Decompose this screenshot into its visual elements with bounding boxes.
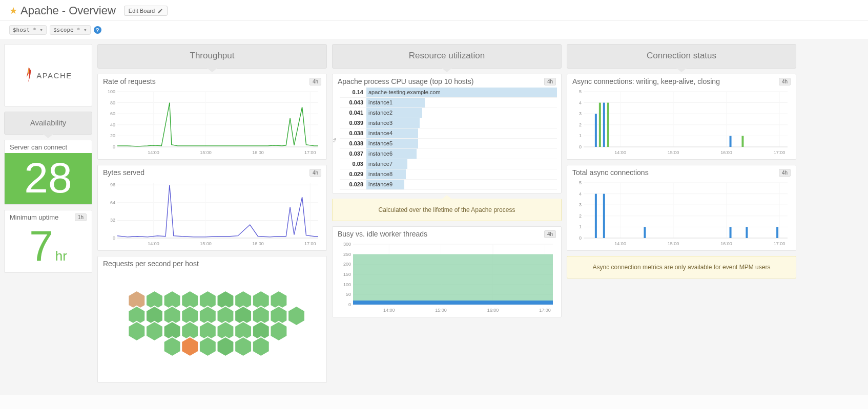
svg-text:2: 2	[579, 213, 582, 219]
section-resource: Resource utilization	[332, 44, 562, 69]
widget-rate-of-requests[interactable]: Rate of requests 4h 02040608010014:0015:…	[97, 74, 327, 160]
toplist-row[interactable]: 0.14apache-testing.example.com	[340, 88, 557, 98]
tmplvar-scope[interactable]: $scope* ▾	[50, 25, 91, 35]
svg-rect-116	[776, 227, 778, 238]
svg-text:20: 20	[110, 133, 115, 138]
server-connect-value: 28	[5, 153, 92, 204]
svg-text:16:00: 16:00	[252, 241, 264, 246]
svg-text:15:00: 15:00	[200, 241, 212, 246]
toplist-row[interactable]: 0.043instance1	[340, 98, 557, 108]
svg-text:15:00: 15:00	[435, 308, 447, 313]
svg-text:17:00: 17:00	[304, 241, 316, 246]
svg-text:80: 80	[110, 100, 115, 105]
svg-text:150: 150	[343, 272, 351, 277]
widget-title: Bytes served	[103, 168, 144, 177]
svg-text:5: 5	[579, 180, 582, 185]
svg-rect-114	[730, 227, 732, 238]
uptime-value: 7	[29, 224, 53, 267]
widget-server-can-connect[interactable]: Server can connect 28	[4, 140, 92, 205]
timerange-badge[interactable]: 4h	[309, 78, 321, 85]
svg-text:3: 3	[579, 111, 582, 116]
svg-text:15:00: 15:00	[200, 150, 212, 155]
svg-text:100: 100	[108, 89, 115, 94]
toplist-row[interactable]: 0.028instance9	[340, 180, 557, 190]
svg-text:14:00: 14:00	[383, 308, 395, 313]
toplist-row[interactable]: 0.037instance6	[340, 149, 557, 159]
svg-text:16:00: 16:00	[487, 308, 499, 313]
toplist-row[interactable]: 0.038instance4	[340, 128, 557, 139]
section-throughput: Throughput	[97, 44, 327, 69]
widget-busy-idle[interactable]: Busy vs. idle worker threads 4h 05010015…	[332, 226, 562, 317]
svg-rect-115	[746, 227, 748, 238]
svg-text:0: 0	[113, 144, 115, 149]
svg-rect-89	[741, 136, 743, 147]
svg-text:16:00: 16:00	[720, 241, 732, 246]
toplist-row[interactable]: 0.041instance2	[340, 108, 557, 118]
toplist-row[interactable]: 0.038instance5	[340, 139, 557, 149]
timerange-badge[interactable]: 1h	[75, 213, 87, 221]
svg-text:3: 3	[579, 202, 582, 207]
timerange-badge[interactable]: 4h	[779, 78, 791, 85]
widget-title: Busy vs. idle worker threads	[338, 230, 427, 238]
svg-rect-111	[595, 194, 597, 238]
svg-rect-87	[607, 103, 609, 147]
widget-minimum-uptime[interactable]: Minimum uptime 1h 7 hr	[4, 210, 92, 273]
svg-text:100: 100	[343, 282, 351, 287]
edit-board-button[interactable]: Edit Board	[124, 6, 168, 16]
svg-text:0: 0	[579, 235, 582, 241]
svg-rect-61	[353, 254, 553, 305]
svg-rect-113	[644, 227, 646, 238]
section-connection: Connection status	[567, 44, 796, 69]
timerange-badge[interactable]: 4h	[544, 78, 556, 85]
svg-text:5: 5	[579, 89, 582, 94]
svg-text:14:00: 14:00	[148, 150, 159, 155]
toplist-row[interactable]: 0.039instance3	[340, 118, 557, 128]
svg-text:15:00: 15:00	[668, 150, 679, 155]
widget-cpu-toplist[interactable]: Apache process CPU usage (top 10 hosts) …	[332, 74, 562, 193]
svg-text:250: 250	[343, 252, 351, 257]
timerange-badge[interactable]: 4h	[544, 230, 556, 238]
widget-async-total[interactable]: Total async connections 4h 01234514:0015…	[567, 165, 796, 251]
svg-text:4: 4	[579, 100, 582, 105]
toplist-row[interactable]: 0.03instance7	[340, 159, 557, 169]
uptime-unit: hr	[55, 249, 67, 263]
edit-board-label: Edit Board	[129, 8, 155, 14]
widget-title: Rate of requests	[103, 77, 156, 85]
timerange-badge[interactable]: 4h	[309, 169, 321, 177]
svg-text:0: 0	[113, 235, 115, 241]
widget-bytes-served[interactable]: Bytes served 4h 032649614:0015:0016:0017…	[97, 165, 327, 251]
svg-text:17:00: 17:00	[304, 150, 316, 155]
widget-requests-per-host[interactable]: Requests per second per host	[97, 256, 327, 383]
svg-text:32: 32	[110, 218, 115, 223]
svg-text:17:00: 17:00	[539, 308, 551, 313]
widget-async-breakdown[interactable]: Async connections: writing, keep-alive, …	[567, 74, 796, 160]
svg-text:15:00: 15:00	[668, 241, 679, 246]
widget-title: Requests per second per host	[103, 260, 199, 268]
svg-text:60: 60	[110, 111, 115, 116]
timerange-badge[interactable]: 4h	[779, 169, 791, 177]
apache-logo-widget: APACHE	[4, 44, 92, 106]
toplist-row[interactable]: 0.029instance8	[340, 169, 557, 180]
svg-text:200: 200	[343, 262, 351, 267]
svg-text:16:00: 16:00	[720, 150, 732, 155]
star-icon[interactable]: ★	[9, 5, 17, 16]
tmplvar-host[interactable]: $host* ▾	[9, 25, 47, 35]
svg-text:14:00: 14:00	[614, 150, 626, 155]
svg-rect-84	[595, 114, 597, 147]
svg-text:1: 1	[579, 133, 582, 138]
apache-feather-icon	[24, 67, 33, 84]
svg-text:1: 1	[579, 224, 582, 229]
svg-text:2: 2	[579, 122, 582, 127]
server-connect-label: Server can connect	[10, 143, 67, 151]
svg-text:17:00: 17:00	[774, 150, 786, 155]
widget-title: Total async connections	[572, 168, 649, 177]
help-icon[interactable]: ?	[94, 26, 101, 34]
svg-rect-85	[599, 103, 601, 147]
section-availability: Availability	[4, 112, 92, 135]
svg-rect-112	[603, 194, 605, 238]
svg-text:50: 50	[346, 292, 351, 297]
note-async-mpm: Async connection metrics are only availa…	[567, 256, 796, 278]
svg-text:64: 64	[110, 200, 115, 205]
svg-rect-86	[603, 103, 605, 147]
svg-text:14:00: 14:00	[148, 241, 159, 246]
